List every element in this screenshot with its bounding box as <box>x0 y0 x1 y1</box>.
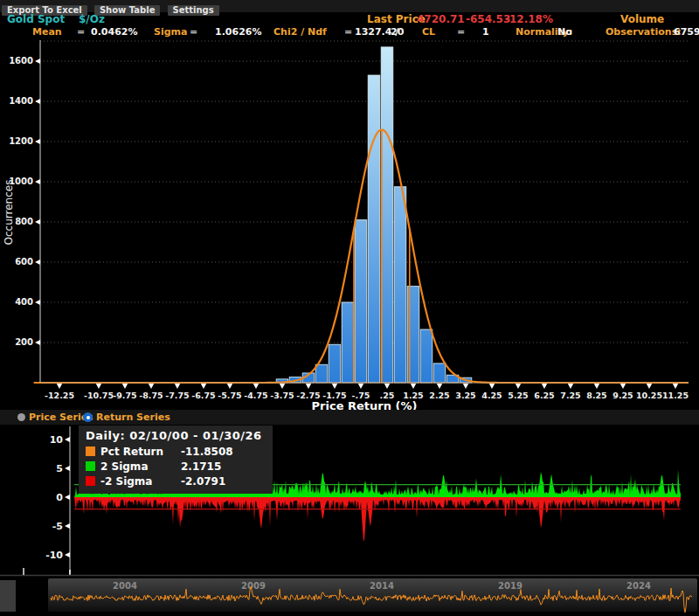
neg-two-sigma-value: -2.0791 <box>181 475 225 488</box>
sigma-value: 1.0626% <box>215 26 261 38</box>
hist-x-tick-label: -3.75 <box>270 391 294 400</box>
hist-x-tick-label: -4.75 <box>244 391 267 400</box>
hist-y-tick-arrow <box>35 260 40 265</box>
ndf-value: 20 <box>391 26 404 38</box>
hist-x-tick-label: -7.75 <box>165 391 189 400</box>
return-y-tick-label: -5 <box>52 521 63 532</box>
hist-x-tick-label: 7.25 <box>560 391 580 400</box>
legend-title: Daily: 02/10/00 - 01/30/26 <box>86 429 262 442</box>
hist-x-tick-arrow <box>149 384 154 389</box>
hist-x-tick-arrow <box>201 384 206 389</box>
price-change: -654.53 <box>466 13 510 25</box>
hist-y-tick-label: 400 <box>15 297 33 307</box>
hist-x-tick-arrow <box>489 384 495 389</box>
pct-return-label: Pct Return <box>100 446 181 458</box>
histogram-bar <box>315 364 328 383</box>
hist-y-tick-label: 1600 <box>9 56 33 66</box>
hist-y-tick-arrow <box>35 59 40 64</box>
last-price-value: 4720.71 <box>417 13 465 25</box>
hist-y-tick-label: 800 <box>15 217 33 226</box>
two-sigma-value: 2.1715 <box>181 460 221 473</box>
return-series-radio-label[interactable]: Return Series <box>96 412 170 423</box>
mean-eq: = <box>77 26 85 38</box>
mean-label: Mean <box>32 26 62 38</box>
price-pct-change: -12.18% <box>505 13 553 25</box>
hist-x-tick-label: 11.25 <box>662 391 689 400</box>
hist-x-tick-label: -5.75 <box>218 391 241 400</box>
hist-x-tick-label: -9.75 <box>113 391 136 400</box>
histogram-bar <box>433 363 446 383</box>
hist-x-tick-arrow <box>57 384 62 389</box>
sigma-label: Sigma <box>154 26 187 38</box>
hist-x-tick-arrow <box>542 384 547 389</box>
histogram-bar <box>329 344 341 383</box>
hist-y-tick-label: 1200 <box>9 136 33 146</box>
rangefinder-year-label: 2024 <box>626 581 651 591</box>
hist-x-tick-arrow <box>516 384 521 389</box>
pct-return-value: -11.8508 <box>181 446 233 458</box>
hist-x-tick-label: 6.25 <box>534 391 554 400</box>
bloomberg-hra-screen: { "toolbar": {"buttons": ["Export To Exc… <box>0 0 699 616</box>
hist-x-tick-arrow <box>594 384 599 389</box>
hist-x-tick-arrow <box>306 384 311 389</box>
return-y-tick-arrow <box>65 495 70 500</box>
scrollbar-left-cap[interactable] <box>0 580 16 612</box>
legend-row-2sigma: 2 Sigma 2.1715 <box>86 459 262 474</box>
hist-x-tick-arrow <box>96 384 101 389</box>
sigma-eq: = <box>190 26 197 38</box>
hist-x-tick-arrow <box>227 384 232 389</box>
return-series-radio-dot <box>87 416 90 419</box>
hist-x-tick-label: -12.25 <box>45 391 74 400</box>
return-y-tick-label: 0 <box>56 492 63 503</box>
hist-x-tick-label: -6.75 <box>191 391 215 400</box>
neg-two-sigma-swatch <box>86 476 95 486</box>
hist-y-tick-arrow <box>35 219 40 225</box>
return-y-tick-arrow <box>65 437 70 442</box>
two-sigma-swatch <box>86 461 95 471</box>
hist-y-tick-label: 1400 <box>9 96 33 106</box>
observations-label: Observations: <box>606 26 682 38</box>
negative-returns-area <box>74 497 681 542</box>
hist-x-tick-label: 10.25 <box>636 391 662 400</box>
hist-x-tick-arrow <box>384 384 390 389</box>
security-name: Gold Spot <box>7 13 65 25</box>
legend-row-neg2sigma: -2 Sigma -2.0791 <box>86 474 262 488</box>
hist-y-tick-arrow <box>35 340 40 345</box>
mean-value: 0.0462% <box>91 26 137 38</box>
cl-eq: = <box>457 26 465 38</box>
legend-box: Daily: 02/10/00 - 01/30/26 Pct Return -1… <box>79 426 273 494</box>
normality-value: No <box>557 26 572 38</box>
return-y-tick-arrow <box>65 552 70 557</box>
return-y-tick-label: -10 <box>45 550 63 561</box>
hist-x-tick-label: -10.75 <box>84 391 114 400</box>
hist-x-tick-arrow <box>411 384 416 389</box>
rangefinder-year-label: 2004 <box>113 581 137 591</box>
neg-two-sigma-label: -2 Sigma <box>100 475 181 488</box>
hist-x-tick-label: -8.75 <box>139 391 163 400</box>
settings-button[interactable]: Settings <box>168 5 219 16</box>
hist-x-tick-arrow <box>673 384 678 389</box>
return-y-tick-label: 10 <box>50 434 64 446</box>
hist-x-tick-label: 9.25 <box>612 391 633 400</box>
hist-x-tick-arrow <box>463 384 468 389</box>
hist-x-tick-label: 8.25 <box>586 391 606 400</box>
hist-x-tick-arrow <box>175 384 180 389</box>
hist-x-tick-arrow <box>358 384 363 389</box>
hist-y-tick-label: 600 <box>15 257 33 266</box>
return-y-tick-arrow <box>65 466 70 471</box>
observations-value: 6759 <box>674 26 699 38</box>
hist-x-tick-label: 3.25 <box>455 391 475 400</box>
price-series-radio[interactable] <box>17 413 25 421</box>
chi2-ndf-label: Chi2 / Ndf <box>273 26 327 38</box>
return-y-tick-label: 5 <box>56 463 63 474</box>
cl-value: 1 <box>482 26 489 38</box>
hist-x-tick-label: 2.25 <box>429 391 449 400</box>
cl-label: CL <box>422 26 435 38</box>
security-unit: $/Oz <box>79 13 105 25</box>
chi2-ndf-eq: = <box>344 26 352 38</box>
hist-x-tick-label: 4.25 <box>481 391 502 400</box>
hist-x-tick-arrow <box>437 384 442 389</box>
series-selector-row: Price Series Return Series <box>0 410 699 425</box>
chart-canvas: 2004006008001000120014001600-12.25-10.75… <box>0 0 699 616</box>
histogram-bar <box>342 302 354 383</box>
